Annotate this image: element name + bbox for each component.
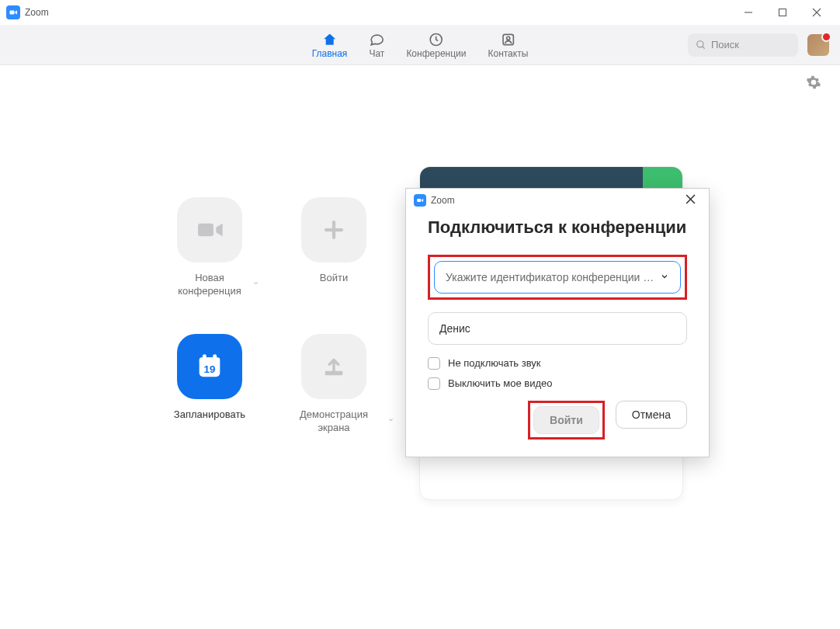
tile-label: Демонстрация экрана (300, 408, 368, 435)
name-field[interactable] (428, 312, 687, 345)
svg-line-9 (703, 46, 705, 48)
minimize-button[interactable] (731, 0, 765, 25)
chevron-down-icon[interactable]: ⌄ (387, 413, 394, 423)
svg-rect-2 (779, 9, 786, 16)
maximize-button[interactable] (765, 0, 800, 25)
tile-new-meeting[interactable]: Новая конференция ⌄ (148, 197, 272, 298)
checkbox-label: Не подключать звук (448, 357, 541, 369)
nav-label: Главная (312, 48, 348, 59)
nav-meetings[interactable]: Конференции (406, 31, 466, 59)
chat-icon (369, 31, 384, 48)
tile-label: Новая конференция (178, 272, 241, 298)
content-area: Новая конференция ⌄ Войти 19 Запланирова… (0, 65, 840, 629)
window-titlebar: Zoom (0, 0, 840, 25)
search-input[interactable]: Поиск (688, 33, 798, 57)
nav-label: Контакты (488, 48, 528, 59)
gear-icon (806, 75, 821, 90)
checkbox-no-audio[interactable] (428, 357, 440, 370)
nav-label: Конференции (406, 48, 466, 59)
highlight-box-id: Укажите идентификатор конференции … (428, 255, 687, 300)
dialog-titlebar: Zoom (406, 189, 709, 212)
top-nav: Главная Чат Конференции Контакты Поиск (0, 25, 840, 65)
checkbox-no-video-row: Выключить мое видео (428, 377, 687, 390)
window-title: Zoom (25, 7, 49, 18)
join-dialog: Zoom Подключиться к конференции Укажите … (405, 188, 710, 457)
tile-join[interactable]: Войти (272, 197, 396, 298)
meeting-id-placeholder: Укажите идентификатор конференции … (446, 271, 654, 283)
nav-chat[interactable]: Чат (369, 31, 384, 59)
zoom-app-icon (6, 5, 20, 19)
nav-label: Чат (369, 48, 384, 59)
close-button[interactable] (800, 0, 834, 25)
svg-point-7 (506, 36, 509, 40)
svg-point-15 (203, 354, 207, 358)
home-icon (321, 31, 338, 48)
cancel-button[interactable]: Отмена (616, 401, 687, 429)
join-button[interactable]: Войти (533, 406, 599, 434)
checkbox-no-audio-row: Не подключать звук (428, 357, 687, 370)
svg-rect-18 (325, 370, 343, 375)
tile-label: Запланировать (174, 408, 245, 422)
nav-home[interactable]: Главная (312, 31, 348, 59)
svg-rect-14 (200, 357, 220, 363)
svg-text:19: 19 (204, 363, 216, 375)
chevron-down-icon[interactable]: ⌄ (252, 276, 259, 287)
dialog-heading: Подключиться к конференции (428, 217, 687, 239)
svg-rect-0 (10, 11, 15, 15)
avatar[interactable] (807, 34, 829, 56)
close-icon (686, 194, 696, 204)
settings-button[interactable] (806, 75, 821, 93)
search-icon (696, 40, 706, 50)
share-icon (301, 334, 366, 399)
clock-icon (429, 31, 444, 48)
highlight-box-join: Войти (528, 401, 605, 440)
svg-rect-10 (198, 224, 213, 237)
svg-point-8 (697, 40, 703, 47)
chevron-down-icon (660, 271, 669, 283)
tile-schedule[interactable]: 19 Запланировать (148, 334, 272, 435)
plus-icon (301, 197, 366, 262)
meeting-id-combo[interactable]: Укажите идентификатор конференции … (434, 261, 681, 294)
svg-rect-19 (417, 199, 421, 202)
contacts-icon (500, 31, 515, 48)
checkbox-label: Выключить мое видео (448, 377, 553, 389)
window-controls (731, 0, 834, 25)
nav-contacts[interactable]: Контакты (488, 31, 528, 59)
svg-point-16 (213, 354, 217, 358)
search-placeholder: Поиск (711, 39, 739, 50)
video-icon (177, 197, 242, 262)
dialog-close-button[interactable] (679, 193, 701, 207)
tile-label: Войти (320, 272, 348, 285)
tile-share-screen[interactable]: Демонстрация экрана ⌄ (272, 334, 396, 435)
zoom-app-icon (414, 194, 426, 207)
dialog-title: Zoom (431, 195, 455, 206)
checkbox-no-video[interactable] (428, 377, 440, 390)
calendar-icon: 19 (177, 334, 242, 399)
action-tiles: Новая конференция ⌄ Войти 19 Запланирова… (148, 197, 396, 435)
